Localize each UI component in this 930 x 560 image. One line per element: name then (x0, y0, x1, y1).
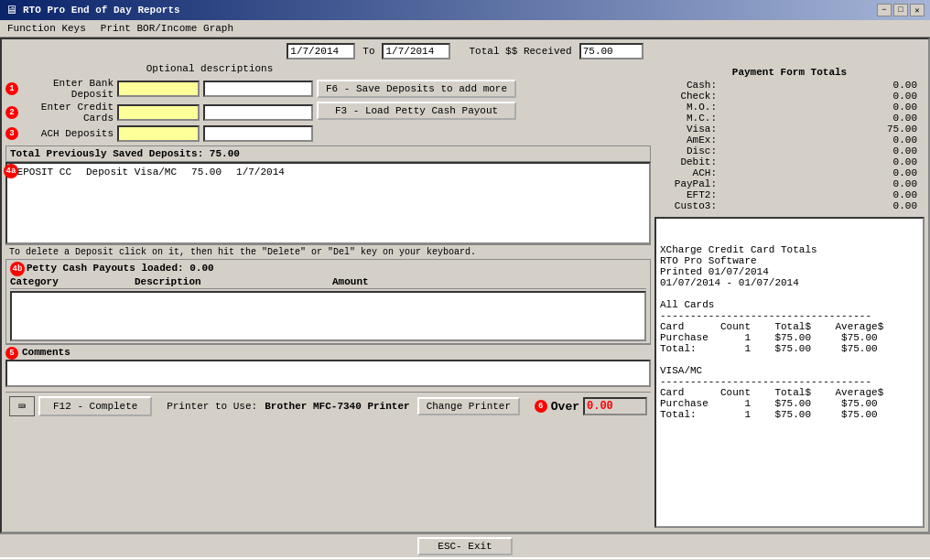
optional-title: Optional descriptions (5, 63, 313, 74)
ach-input[interactable] (117, 125, 200, 142)
close-button[interactable]: ✕ (910, 4, 925, 16)
totals-value: 0.00 (881, 200, 917, 211)
petty-cash-title-row: 4b Petty Cash Payouts loaded: 0.00 (10, 262, 646, 276)
totals-label: Visa: (662, 124, 717, 135)
deposit-col4: 1/7/2014 (236, 167, 285, 178)
app-title: RTO Pro End of Day Reports (23, 5, 877, 16)
totals-value: 0.00 (881, 145, 917, 156)
circle-4a: 4a (4, 164, 18, 178)
f12-complete-button[interactable]: F12 - Complete (38, 396, 152, 416)
over-input[interactable] (583, 397, 647, 415)
totals-value: 0.00 (881, 102, 917, 113)
date-from-input[interactable] (287, 43, 355, 59)
totals-row: M.C.:0.00 (658, 113, 921, 124)
bank-deposit-input[interactable] (117, 81, 200, 97)
totals-row: Visa:75.00 (658, 124, 921, 135)
totals-row: AmEx:0.00 (658, 135, 921, 145)
totals-row: ACH:0.00 (658, 167, 921, 178)
totals-row: Disc:0.00 (658, 145, 921, 156)
payment-totals: Payment Form Totals Cash:0.00Check:0.00M… (654, 63, 925, 215)
totals-value: 0.00 (881, 167, 917, 178)
deposit-col1: DEPOSIT CC (11, 167, 71, 178)
totals-value: 75.00 (881, 124, 917, 135)
bank-deposit-row: 1 Enter Bank Deposit (5, 78, 313, 100)
petty-col-amount: Amount (332, 276, 406, 287)
change-printer-button[interactable]: Change Printer (417, 397, 520, 415)
comments-textarea[interactable] (5, 360, 651, 387)
total-label: Total $$ Received (469, 46, 571, 57)
delete-hint: To delete a Deposit click on it, then hi… (5, 244, 651, 259)
credit-cards-desc[interactable] (203, 104, 313, 121)
main-window: To Total $$ Received Optional descriptio… (0, 38, 930, 533)
top-row: To Total $$ Received (5, 43, 925, 59)
deposit-table: DEPOSIT CC Deposit Visa/MC 75.00 1/7/201… (5, 162, 651, 244)
petty-cash-title: Petty Cash Payouts loaded: 0.00 (27, 263, 214, 274)
labeled-inputs: Optional descriptions 1 Enter Bank Depos… (5, 63, 313, 142)
ach-row: 3 ACH Deposits (5, 125, 313, 142)
maximize-button[interactable]: □ (893, 4, 908, 16)
totals-row: EFT2:0.00 (658, 189, 921, 200)
totals-row: Cash:0.00 (658, 80, 921, 91)
menu-print-bor[interactable]: Print BOR/Income Graph (97, 22, 237, 35)
menu-function-keys[interactable]: Function Keys (4, 22, 90, 35)
menu-bar: Function Keys Print BOR/Income Graph (0, 20, 930, 38)
totals-row: M.O.:0.00 (658, 102, 921, 113)
totals-value: 0.00 (881, 189, 917, 200)
xcharge-content: XCharge Credit Card Totals RTO Pro Softw… (660, 244, 919, 420)
credit-cards-label: Enter Credit Cards (22, 102, 114, 124)
totals-value: 0.00 (881, 178, 917, 189)
saved-deposits-bar: Total Previously Saved Deposits: 75.00 (5, 145, 651, 162)
ach-label: ACH Deposits (22, 128, 114, 139)
totals-value: 0.00 (881, 156, 917, 167)
petty-col-category: Category (10, 276, 120, 287)
totals-label: Custo3: (662, 200, 717, 211)
title-bar: 🖥 RTO Pro End of Day Reports − □ ✕ (0, 0, 930, 20)
f6-button[interactable]: F6 - Save Deposits to add more (317, 80, 516, 98)
comments-label: Comments (22, 347, 70, 358)
petty-table-body (10, 291, 646, 341)
totals-label: Cash: (662, 80, 717, 91)
ach-desc[interactable] (203, 125, 313, 142)
totals-label: ACH: (662, 167, 717, 178)
deposit-item[interactable]: DEPOSIT CC Deposit Visa/MC 75.00 1/7/201… (9, 166, 647, 178)
action-buttons: F6 - Save Deposits to add more F3 - Load… (317, 80, 516, 142)
totals-label: M.C.: (662, 113, 717, 124)
circle-1: 1 (5, 82, 18, 95)
totals-title: Payment Form Totals (658, 67, 921, 78)
credit-cards-row: 2 Enter Credit Cards (5, 102, 313, 124)
totals-label: Check: (662, 91, 717, 102)
totals-row: Custo3:0.00 (658, 200, 921, 211)
right-panel: Payment Form Totals Cash:0.00Check:0.00M… (654, 63, 925, 528)
petty-table-header: Category Description Amount (10, 276, 646, 289)
minimize-button[interactable]: − (877, 4, 892, 16)
circle-2: 2 (5, 106, 18, 119)
app-icon: 🖥 (5, 4, 17, 17)
totals-row: Debit:0.00 (658, 156, 921, 167)
bank-deposit-label: Enter Bank Deposit (22, 78, 114, 100)
totals-rows: Cash:0.00Check:0.00M.O.:0.00M.C.:0.00Vis… (658, 80, 921, 211)
printer-area: Printer to Use: Brother MFC-7340 Printer… (167, 397, 520, 415)
inputs-section: Optional descriptions 1 Enter Bank Depos… (5, 63, 651, 142)
complete-area: ⌨ F12 - Complete (9, 396, 152, 416)
date-to-input[interactable] (382, 43, 450, 59)
esc-button[interactable]: ESC- Exit (417, 537, 512, 555)
totals-label: EFT2: (662, 189, 717, 200)
totals-row: Check:0.00 (658, 91, 921, 102)
deposit-col3: 75.00 (191, 167, 222, 178)
printer-label: Printer to Use: (167, 401, 257, 412)
credit-cards-input[interactable] (117, 104, 200, 121)
xcharge-box[interactable]: XCharge Credit Card Totals RTO Pro Softw… (654, 217, 925, 528)
circle-5: 5 (5, 347, 18, 360)
petty-cash-section: 4b Petty Cash Payouts loaded: 0.00 Categ… (5, 259, 651, 344)
total-input[interactable] (579, 43, 643, 59)
totals-value: 0.00 (881, 135, 917, 145)
totals-label: PayPal: (662, 178, 717, 189)
totals-value: 0.00 (881, 91, 917, 102)
f3-button[interactable]: F3 - Load Petty Cash Payout (317, 102, 516, 120)
to-label: To (362, 46, 374, 57)
bank-deposit-desc[interactable] (203, 81, 313, 97)
petty-col-description: Description (135, 276, 318, 287)
comments-section: 5 Comments (5, 344, 651, 390)
left-panel: Optional descriptions 1 Enter Bank Depos… (5, 63, 651, 528)
totals-label: M.O.: (662, 102, 717, 113)
